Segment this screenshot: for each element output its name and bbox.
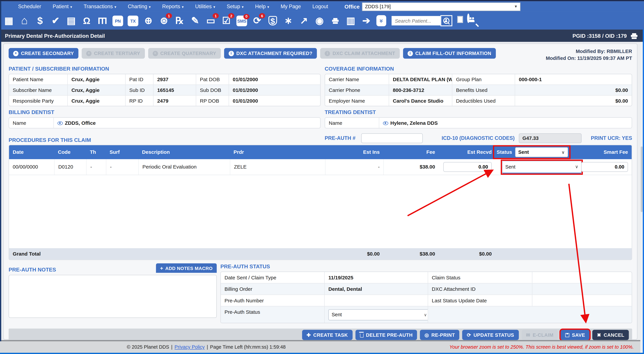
sms-icon[interactable]: SMS0 <box>236 15 247 26</box>
eclaim-button[interactable]: ✉E-CLAIM <box>522 330 558 340</box>
add-patient-icon[interactable] <box>143 15 154 27</box>
treating-dentist-heading: TREATING DENTIST <box>325 109 632 115</box>
eligibility-shield-icon[interactable] <box>50 15 61 27</box>
caret-down-icon: ▾ <box>242 5 244 9</box>
quick-access-icon[interactable]: » <box>376 15 386 26</box>
payments-icon[interactable] <box>34 15 46 27</box>
table-row: Subscriber NameCrux, Aggie Sub ID165145 … <box>9 84 320 95</box>
analytics-icon[interactable] <box>298 15 310 27</box>
treating-dentist-name[interactable]: Hylene, Zelena DDS <box>379 118 632 128</box>
messages-icon[interactable]: 1 <box>205 15 216 27</box>
document-scan-icon[interactable] <box>345 15 356 27</box>
dxc-claim-attachment-button[interactable]: iDXC CLAIM ATTACHMENT <box>320 48 400 59</box>
create-secondary-button[interactable]: +CREATE SECONDARY <box>8 48 78 59</box>
menu-item-patient[interactable]: Patient▾ <box>47 4 78 9</box>
chevron-down-icon: ∨ <box>424 313 427 317</box>
menu-item-help[interactable]: Help▾ <box>249 4 275 9</box>
preauth-notes-textarea[interactable] <box>8 275 216 318</box>
tasks-icon[interactable]: 2 <box>221 15 232 27</box>
menu-item-my-page[interactable]: My Page <box>275 4 306 9</box>
treating-dentist-table: Name Hylene, Zelena DDS <box>325 117 632 128</box>
modified-by: Modified By: RBMILLER <box>546 48 632 55</box>
est-recvd-input[interactable] <box>443 162 492 172</box>
status-header-select[interactable]: Sent∨ <box>515 147 568 157</box>
calendar-icon[interactable] <box>3 15 14 27</box>
menu-item-scheduler[interactable]: Scheduler <box>12 4 47 9</box>
eye-icon <box>58 121 63 125</box>
patient-recall-icon[interactable]: 6 <box>252 15 262 27</box>
icd10-input[interactable] <box>519 133 582 143</box>
page-title: Primary Dental Pre-Authorization Detail <box>5 32 105 39</box>
info-circle-icon: i <box>408 51 413 56</box>
patient-portal-icon[interactable]: 1 <box>158 15 170 27</box>
patient-search-input[interactable] <box>392 16 440 25</box>
menu-item-setup[interactable]: Setup▾ <box>221 4 249 9</box>
vertical-scrollbar[interactable] <box>640 42 643 353</box>
plus-circle-icon: + <box>13 51 18 56</box>
chevron-down-icon: ∨ <box>562 150 565 154</box>
page-footer: © 2025 Planet DDS | Privacy Policy | Pag… <box>0 340 644 353</box>
table-row: Pre-Auth Number Last Status Update Date <box>221 295 632 306</box>
create-tertiary-button[interactable]: +CREATE TERTIARY <box>82 48 145 59</box>
notification-badge: 1 <box>212 13 219 18</box>
scrollbar-thumb[interactable] <box>640 146 642 212</box>
caret-down-icon: ▾ <box>70 5 72 9</box>
treatment-plan-icon[interactable]: TX <box>128 15 138 26</box>
rx-icon[interactable] <box>174 15 185 27</box>
global-patient-icon[interactable] <box>314 15 325 27</box>
progress-notes-icon[interactable]: PN <box>112 15 123 26</box>
billing-dentist-name[interactable]: ZDDS, Office <box>53 118 320 128</box>
delete-preauth-button[interactable]: DELETE PRE-AUTH <box>355 330 417 340</box>
smart-fee-input[interactable] <box>581 162 628 172</box>
print-page-icon[interactable] <box>631 33 638 38</box>
privacy-policy-link[interactable]: Privacy Policy <box>174 344 205 350</box>
billing-dentist-table: Name ZDDS, Office <box>8 117 320 128</box>
menu-item-utilities[interactable]: Utilities▾ <box>190 4 221 9</box>
row-status-select[interactable]: Sent∨ <box>502 161 582 173</box>
reprint-button[interactable]: ◎RE-PRINT <box>420 330 460 340</box>
create-task-button[interactable]: ✚CREATE TASK <box>302 330 352 340</box>
preauth-status-heading: PRE-AUTH STATUS <box>220 263 632 270</box>
home-icon[interactable] <box>19 15 30 27</box>
add-notes-macro-button[interactable]: +ADD NOTES MACRO <box>156 263 216 273</box>
dxc-attachment-required-button[interactable]: iDXC ATTACHMENT REQUIRED? <box>224 48 317 59</box>
perio-chart-icon[interactable] <box>97 15 108 27</box>
procedure-row[interactable]: 00/00/0000 D0120 - - Periodic Oral Evalu… <box>9 159 632 175</box>
tooth-chart-icon[interactable] <box>81 15 92 27</box>
create-quaternary-button[interactable]: +CREATE QUATERNARY <box>148 48 221 59</box>
app-window: Scheduler Patient▾ Transactions▾ Chartin… <box>0 0 644 354</box>
cancel-button[interactable]: ✖CANCEL <box>592 330 629 340</box>
update-status-button[interactable]: ⟳UPDATE STATUS <box>462 330 519 340</box>
print-center-icon[interactable] <box>330 15 341 27</box>
row-status-annotation-box: Sent∨ <box>501 159 583 175</box>
ledger-icon[interactable] <box>66 15 77 27</box>
advanced-patient-search-icon[interactable] <box>467 14 480 27</box>
preauth-number-input[interactable] <box>361 133 423 143</box>
coverage-table: Carrier NameDELTA DENTAL PLAN (WI) Group… <box>325 74 632 106</box>
menu-item-reports[interactable]: Reports▾ <box>156 4 189 9</box>
clinical-notes-icon[interactable] <box>190 15 201 27</box>
patient-search-button[interactable] <box>440 15 452 26</box>
table-row: Employer NameCarol's Dance Studio Deduct… <box>325 95 632 106</box>
modified-on: Modified On: 11/19/2025 09:37 AM PT <box>546 55 632 62</box>
claim-fillout-information-button[interactable]: iCLAIM FILL-OUT INFORMATION <box>403 48 496 59</box>
window-edge-bottom <box>0 353 644 354</box>
claims-send-icon[interactable] <box>361 15 372 27</box>
preauth-notes-heading: PRE-AUTH NOTES <box>8 267 56 273</box>
preauth-status-select[interactable]: Sent∨ <box>328 309 428 320</box>
table-row: Pre-Auth Status Sent∨ <box>221 306 632 323</box>
table-row: Patient NameCrux, Aggie Pat ID2937 Pat D… <box>9 74 320 84</box>
save-button[interactable]: SAVE <box>561 330 590 340</box>
referrals-icon[interactable] <box>283 15 294 27</box>
menu-item-charting[interactable]: Charting▾ <box>122 4 156 9</box>
modified-info: Modified By: RBMILLER Modified On: 11/19… <box>546 48 632 62</box>
toolbar-checkbox[interactable] <box>457 16 463 23</box>
office-select[interactable]: ZDDS [179] ▼ <box>362 2 520 11</box>
menu-item-transactions[interactable]: Transactions▾ <box>78 4 122 9</box>
table-row: Date Sent / Claim Type11/19/2025 Claim S… <box>221 272 632 283</box>
fee-shield-icon[interactable] <box>267 15 278 27</box>
preauth-status-table: Date Sent / Claim Type11/19/2025 Claim S… <box>220 272 632 323</box>
menu-item-logout[interactable]: Logout <box>307 4 334 9</box>
caret-down-icon: ▾ <box>182 5 184 9</box>
print-icon: ◎ <box>424 333 429 338</box>
